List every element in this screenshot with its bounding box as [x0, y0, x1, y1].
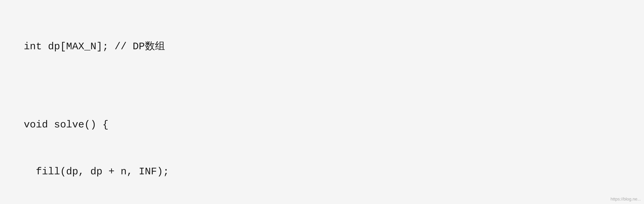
code-line-3: void solve() {: [12, 117, 632, 133]
code-line-4: fill(dp, dp + n, INF);: [12, 164, 632, 180]
code-block: int dp[MAX_N]; // DP数组 void solve() { fi…: [0, 0, 644, 204]
code-line-1: int dp[MAX_N]; // DP数组: [12, 39, 632, 55]
url-hint: https://blog.ne...: [610, 196, 641, 202]
